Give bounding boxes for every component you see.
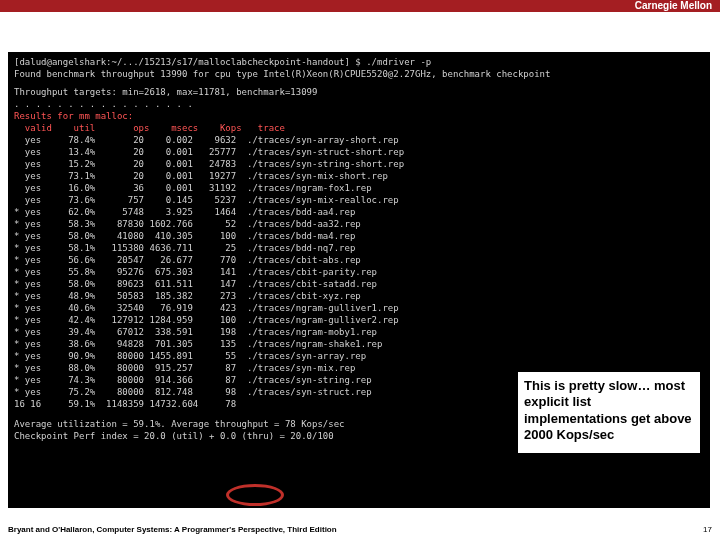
- prompt-line: [dalud@angelshark:~/.../15213/s17/malloc…: [14, 56, 704, 68]
- table-row: * yes 62.0% 5748 3.925 1464 ./traces/bdd…: [14, 206, 704, 218]
- table-row: * yes 56.6% 20547 26.677 770 ./traces/cb…: [14, 254, 704, 266]
- results-rows: yes 78.4% 20 0.002 9632 ./traces/syn-arr…: [14, 134, 704, 410]
- table-row: yes 15.2% 20 0.001 24783 ./traces/syn-st…: [14, 158, 704, 170]
- table-row: * yes 58.0% 89623 611.511 147 ./traces/c…: [14, 278, 704, 290]
- table-row: * yes 58.1% 115380 4636.711 25 ./traces/…: [14, 242, 704, 254]
- brand-label: Carnegie Mellon: [635, 0, 712, 12]
- results-header: Results for mm malloc:: [14, 110, 704, 122]
- page-number: 17: [703, 525, 712, 534]
- table-row: * yes 48.9% 50583 185.382 273 ./traces/c…: [14, 290, 704, 302]
- table-row: yes 73.6% 757 0.145 5237 ./traces/syn-mi…: [14, 194, 704, 206]
- table-row: * yes 58.0% 41080 410.305 100 ./traces/b…: [14, 230, 704, 242]
- annotation-note: This is pretty slow… most explicit list …: [518, 372, 700, 453]
- columns-header: valid util ops msecs Kops trace: [14, 122, 704, 134]
- found-line: Found benchmark throughput 13990 for cpu…: [14, 68, 704, 80]
- table-row: yes 78.4% 20 0.002 9632 ./traces/syn-arr…: [14, 134, 704, 146]
- highlight-circle: [226, 484, 284, 506]
- footer: Bryant and O'Hallaron, Computer Systems:…: [8, 525, 712, 534]
- table-row: * yes 90.9% 80000 1455.891 55 ./traces/s…: [14, 350, 704, 362]
- targets-line: Throughput targets: min=2618, max=11781,…: [14, 86, 704, 98]
- table-row: * yes 58.3% 87830 1602.766 52 ./traces/b…: [14, 218, 704, 230]
- footer-citation: Bryant and O'Hallaron, Computer Systems:…: [8, 525, 337, 534]
- table-row: yes 16.0% 36 0.001 31192 ./traces/ngram-…: [14, 182, 704, 194]
- table-row: * yes 39.4% 67012 338.591 198 ./traces/n…: [14, 326, 704, 338]
- table-row: * yes 40.6% 32540 76.919 423 ./traces/ng…: [14, 302, 704, 314]
- header-bar: Carnegie Mellon: [0, 0, 720, 12]
- table-row: * yes 38.6% 94828 701.305 135 ./traces/n…: [14, 338, 704, 350]
- table-row: * yes 42.4% 127912 1284.959 100 ./traces…: [14, 314, 704, 326]
- table-row: * yes 55.8% 95276 675.303 141 ./traces/c…: [14, 266, 704, 278]
- dots-line: . . . . . . . . . . . . . . . . .: [14, 98, 704, 110]
- table-row: yes 73.1% 20 0.001 19277 ./traces/syn-mi…: [14, 170, 704, 182]
- table-row: yes 13.4% 20 0.001 25777 ./traces/syn-st…: [14, 146, 704, 158]
